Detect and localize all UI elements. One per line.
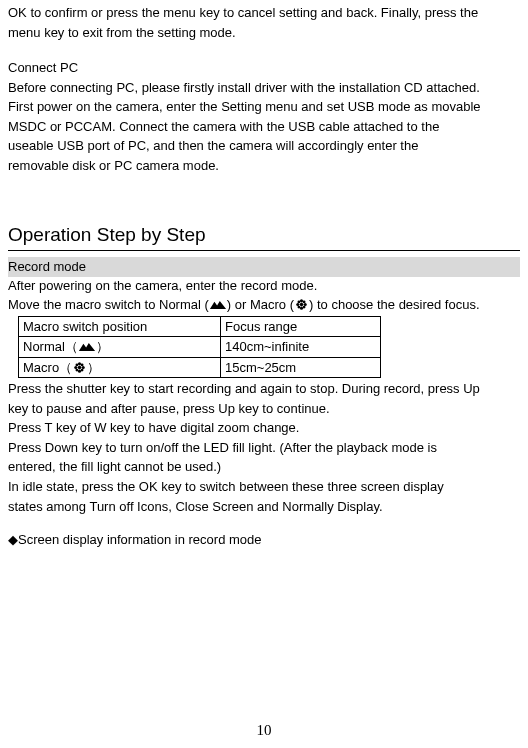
- table-header-2: Focus range: [221, 316, 381, 337]
- connect-pc-heading: Connect PC: [8, 60, 78, 75]
- connect-pc-l2: First power on the camera, enter the Set…: [8, 99, 481, 114]
- record-p3: Press T key of W key to have digital zoo…: [8, 420, 299, 435]
- mountain-icon: [78, 341, 96, 352]
- intro-line-1: OK to confirm or press the menu key to c…: [8, 5, 478, 20]
- table-cell: Macro（）: [19, 357, 221, 378]
- record-p7: states among Turn off Icons, Close Scree…: [8, 499, 383, 514]
- connect-pc-l3: MSDC or PCCAM. Connect the camera with t…: [8, 119, 439, 134]
- mountain-icon: [209, 299, 227, 310]
- operation-heading: Operation Step by Step: [8, 222, 520, 251]
- table-cell: 15cm~25cm: [221, 357, 381, 378]
- focus-table: Macro switch position Focus range Normal…: [18, 316, 381, 379]
- connect-pc-l5: removable disk or PC camera mode.: [8, 158, 219, 173]
- record-p5: entered, the fill light cannot be used.): [8, 459, 221, 474]
- page-number: 10: [0, 720, 528, 740]
- record-p4: Press Down key to turn on/off the LED fi…: [8, 440, 437, 455]
- record-l1: After powering on the camera, enter the …: [8, 278, 317, 293]
- flower-icon: [72, 362, 87, 373]
- record-p1: Press the shutter key to start recording…: [8, 381, 480, 396]
- record-l2: Move the macro switch to Normal () or Ma…: [8, 296, 520, 314]
- flower-icon: [294, 299, 309, 310]
- record-p2: key to pause and after pause, press Up k…: [8, 401, 330, 416]
- table-row: Normal（） 140cm~infinite: [19, 337, 381, 358]
- connect-pc-l1: Before connecting PC, please firstly ins…: [8, 80, 480, 95]
- body-text: OK to confirm or press the menu key to c…: [8, 4, 520, 549]
- record-p6: In idle state, press the OK key to switc…: [8, 479, 444, 494]
- record-mode-title: Record mode: [8, 257, 520, 277]
- table-row: Macro（） 15cm~25cm: [19, 357, 381, 378]
- connect-pc-l4: useable USB port of PC, and then the cam…: [8, 138, 418, 153]
- intro-line-2: menu key to exit from the setting mode.: [8, 25, 236, 40]
- screen-display-info: ◆Screen display information in record mo…: [8, 532, 262, 547]
- table-cell: Normal（）: [19, 337, 221, 358]
- table-row: Macro switch position Focus range: [19, 316, 381, 337]
- table-cell: 140cm~infinite: [221, 337, 381, 358]
- table-header-1: Macro switch position: [19, 316, 221, 337]
